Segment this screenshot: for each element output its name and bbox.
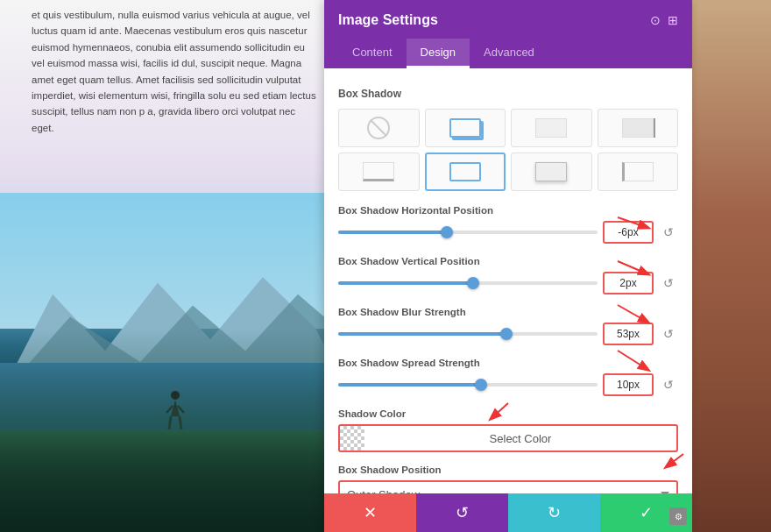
horizontal-position-track bbox=[338, 231, 598, 234]
blur-strength-control: 53px ↺ bbox=[338, 323, 678, 345]
blur-reset-button[interactable]: ↺ bbox=[659, 324, 678, 344]
vertical-position-track bbox=[338, 281, 598, 285]
panel-title: Image Settings bbox=[338, 12, 438, 28]
spread-strength-row: Box Shadow Spread Strength 10px ↺ bbox=[338, 358, 678, 396]
header-icons: ⊙ ⊞ bbox=[650, 13, 678, 27]
horizontal-position-control: -6px ↺ bbox=[338, 221, 678, 244]
blur-fill bbox=[338, 332, 506, 336]
blur-strength-row: Box Shadow Blur Strength 53px ↺ bbox=[338, 307, 678, 345]
spread-thumb[interactable] bbox=[475, 379, 487, 391]
redo-button[interactable]: ↻ bbox=[508, 493, 600, 532]
vertical-position-row: Box Shadow Vertical Position 2px ↺ bbox=[338, 256, 678, 294]
color-checker-swatch bbox=[340, 426, 364, 450]
color-label: Shadow Color bbox=[338, 408, 678, 419]
vertical-thumb[interactable] bbox=[467, 277, 479, 289]
spread-strength-control: 10px ↺ bbox=[338, 373, 678, 396]
undo-button[interactable]: ↺ bbox=[416, 493, 508, 532]
horizontal-position-input[interactable]: -6px bbox=[603, 221, 654, 244]
tab-advanced[interactable]: Advanced bbox=[470, 39, 548, 68]
background-text: et quis vestibulum, nulla euismod varius… bbox=[14, 7, 336, 136]
background-right bbox=[683, 0, 771, 532]
horizontal-reset-button[interactable]: ↺ bbox=[659, 223, 678, 242]
tab-design[interactable]: Design bbox=[407, 39, 470, 68]
box-shadow-label: Box Shadow bbox=[338, 88, 678, 100]
blur-strength-track bbox=[338, 332, 598, 336]
shadow-option-2[interactable] bbox=[511, 109, 592, 147]
tab-content[interactable]: Content bbox=[338, 39, 407, 68]
shadow-option-4[interactable] bbox=[338, 153, 420, 191]
position-label: Box Shadow Position bbox=[338, 465, 678, 475]
position-section: Box Shadow Position Outer Shadow Inner S… bbox=[338, 465, 678, 493]
mountain-overlay bbox=[0, 329, 350, 532]
shadow-option-7[interactable] bbox=[598, 153, 679, 191]
shadow-option-5[interactable] bbox=[425, 153, 506, 191]
horizontal-position-label: Box Shadow Horizontal Position bbox=[338, 205, 678, 216]
position-select[interactable]: Outer Shadow Inner Shadow bbox=[338, 480, 678, 493]
vertical-position-control: 2px ↺ bbox=[338, 272, 678, 294]
panel-body: Box Shadow bbox=[324, 68, 692, 493]
grid-icon[interactable]: ⊞ bbox=[668, 13, 678, 27]
color-section: Shadow Color Select Color bbox=[338, 408, 678, 452]
image-settings-panel: Image Settings ⊙ ⊞ Content Design Advanc… bbox=[324, 0, 692, 532]
spread-reset-button[interactable]: ↺ bbox=[659, 375, 678, 394]
vertical-position-input[interactable]: 2px bbox=[603, 272, 654, 294]
horizontal-position-row: Box Shadow Horizontal Position -6px ↺ bbox=[338, 205, 678, 244]
spread-strength-track bbox=[338, 383, 598, 387]
spread-strength-input[interactable]: 10px bbox=[603, 373, 654, 396]
shadow-option-none[interactable] bbox=[338, 109, 420, 147]
vertical-reset-button[interactable]: ↺ bbox=[659, 273, 678, 293]
shadow-option-1[interactable] bbox=[425, 109, 506, 147]
corner-icon[interactable]: ⚙ bbox=[669, 507, 687, 525]
mountain-image bbox=[0, 193, 350, 532]
blur-thumb[interactable] bbox=[500, 328, 513, 340]
blur-strength-input[interactable]: 53px bbox=[603, 323, 654, 345]
vertical-position-label: Box Shadow Vertical Position bbox=[338, 256, 678, 266]
horizontal-thumb[interactable] bbox=[441, 226, 453, 238]
background-left: et quis vestibulum, nulla euismod varius… bbox=[0, 0, 350, 532]
panel-footer: ✕ ↺ ↻ ✓ bbox=[324, 493, 692, 532]
vertical-fill bbox=[338, 281, 473, 285]
spread-strength-label: Box Shadow Spread Strength bbox=[338, 358, 678, 368]
expand-icon[interactable]: ⊙ bbox=[650, 13, 661, 27]
shadow-option-6[interactable] bbox=[511, 153, 592, 191]
horizontal-fill bbox=[338, 231, 447, 234]
spread-fill bbox=[338, 383, 481, 387]
tab-bar: Content Design Advanced bbox=[338, 39, 678, 68]
shadow-style-grid bbox=[338, 109, 678, 191]
cancel-button[interactable]: ✕ bbox=[324, 493, 416, 532]
shadow-option-3[interactable] bbox=[598, 109, 679, 147]
blur-strength-label: Box Shadow Blur Strength bbox=[338, 307, 678, 317]
select-color-button[interactable]: Select Color bbox=[338, 424, 678, 452]
select-color-label: Select Color bbox=[364, 432, 676, 445]
panel-header: Image Settings ⊙ ⊞ Content Design Advanc… bbox=[324, 0, 692, 68]
